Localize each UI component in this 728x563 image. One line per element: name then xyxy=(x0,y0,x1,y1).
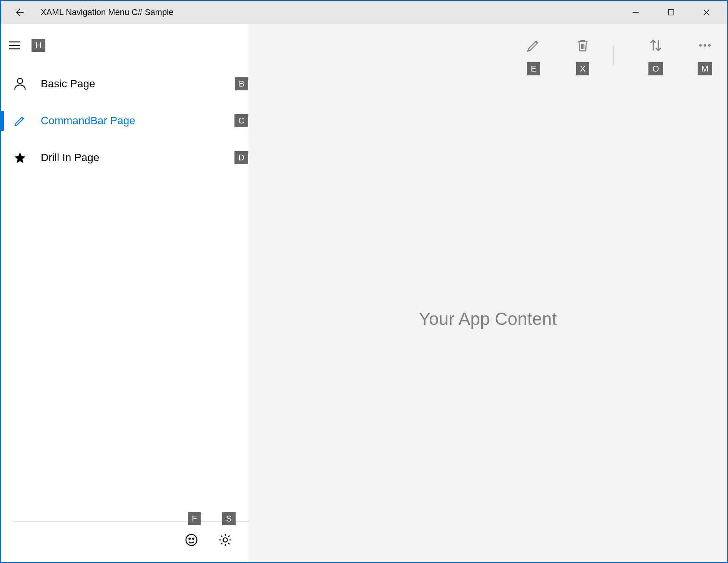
close-button[interactable] xyxy=(689,3,724,22)
nav-item-label: CommandBar Page xyxy=(41,115,135,127)
nav-pane: H Basic Page B xyxy=(1,24,248,562)
feedback-button[interactable] xyxy=(183,531,200,548)
window-title: XAML Navigation Menu C# Sample xyxy=(41,7,173,17)
keytip-commandbar: C xyxy=(234,114,248,127)
app-window: XAML Navigation Menu C# Sample xyxy=(0,0,728,563)
trash-icon xyxy=(575,38,590,53)
sort-button[interactable] xyxy=(644,34,667,57)
delete-button[interactable] xyxy=(571,34,594,57)
nav-item-drillin-page[interactable]: Drill In Page D xyxy=(1,139,248,176)
gear-icon xyxy=(218,533,233,547)
keytip-basic: B xyxy=(235,77,248,90)
svg-point-10 xyxy=(189,538,190,539)
nav-footer: F S xyxy=(14,521,248,562)
sort-icon xyxy=(648,38,663,53)
svg-rect-2 xyxy=(668,10,674,15)
maximize-button[interactable] xyxy=(653,3,689,22)
minimize-button[interactable] xyxy=(618,3,653,22)
edit-button[interactable] xyxy=(522,34,545,57)
caption-buttons xyxy=(618,3,724,22)
more-button[interactable] xyxy=(693,34,716,57)
keytip-feedback: F xyxy=(188,512,201,525)
commandbar-separator xyxy=(613,46,614,65)
nav-item-label: Basic Page xyxy=(41,78,95,90)
nav-item-label: Drill In Page xyxy=(41,152,100,164)
pencil-icon xyxy=(526,38,541,53)
body: H Basic Page B xyxy=(1,24,727,562)
keytip-delete: X xyxy=(576,62,590,75)
content-area: E xyxy=(248,24,727,562)
person-icon xyxy=(10,74,30,94)
svg-point-8 xyxy=(17,78,23,84)
commandbar: E xyxy=(248,24,727,75)
keytip-edit: E xyxy=(527,62,540,75)
nav-item-commandbar-page[interactable]: CommandBar Page C xyxy=(1,102,248,139)
svg-point-18 xyxy=(708,44,711,47)
svg-point-9 xyxy=(186,535,197,546)
back-button[interactable] xyxy=(12,5,27,20)
keytip-settings: S xyxy=(222,512,236,525)
ellipsis-icon xyxy=(697,38,713,53)
keytip-more: M xyxy=(698,62,712,75)
settings-button[interactable] xyxy=(217,531,234,548)
svg-point-11 xyxy=(193,538,194,539)
hamburger-button[interactable] xyxy=(1,32,28,59)
titlebar: XAML Navigation Menu C# Sample xyxy=(1,1,727,24)
star-icon xyxy=(10,148,30,168)
content-placeholder: Your App Content xyxy=(419,308,557,329)
svg-point-17 xyxy=(704,44,706,47)
keytip-sort: O xyxy=(648,62,663,75)
keytip-drillin: D xyxy=(234,151,248,164)
nav-item-basic-page[interactable]: Basic Page B xyxy=(1,65,248,102)
svg-point-12 xyxy=(223,538,227,542)
smiley-icon xyxy=(184,533,199,547)
edit-icon xyxy=(10,111,30,131)
keytip-hamburger: H xyxy=(32,39,45,52)
svg-point-16 xyxy=(699,44,702,47)
